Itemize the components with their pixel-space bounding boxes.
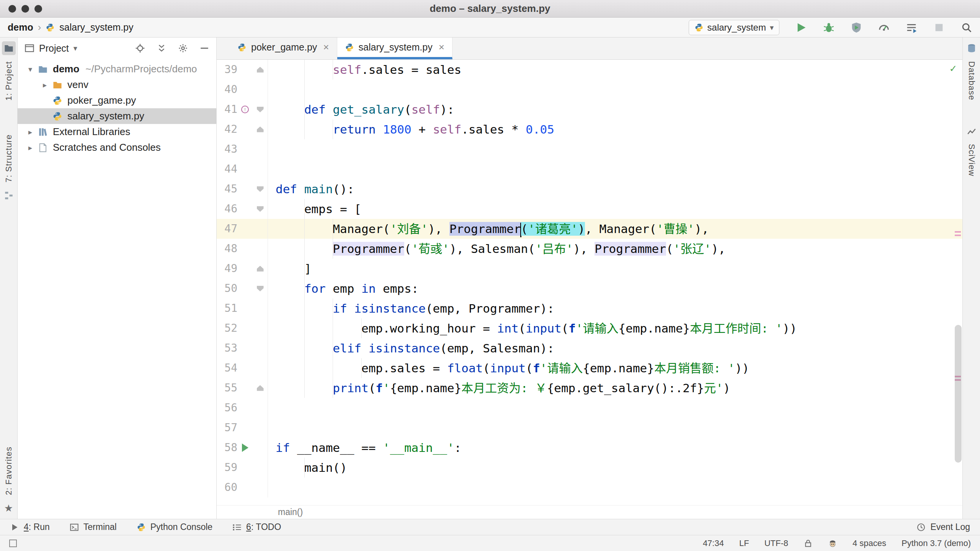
code-line-45[interactable]: 45def main(): bbox=[217, 179, 962, 199]
toolwindow-button-terminal[interactable]: Terminal bbox=[70, 522, 117, 532]
code-text bbox=[268, 80, 962, 99]
fold-up-icon[interactable] bbox=[253, 259, 268, 279]
toolwindow-button-run[interactable]: 4: Run bbox=[10, 522, 50, 532]
tree-item-poker_game.py[interactable]: poker_game.py bbox=[18, 93, 216, 108]
overriding-method-gutter-icon[interactable]: ↑ bbox=[237, 99, 253, 119]
code-line-57[interactable]: 57 bbox=[217, 418, 962, 438]
breadcrumb-file[interactable]: salary_system.py bbox=[59, 22, 133, 33]
code-line-47[interactable]: 47 Manager('刘备'), Programmer('诸葛亮'), Man… bbox=[217, 219, 962, 239]
readonly-lock-icon[interactable] bbox=[804, 539, 813, 548]
indent-setting[interactable]: 4 spaces bbox=[853, 538, 886, 548]
sciview-toolwindow-icon[interactable] bbox=[965, 124, 978, 138]
tree-item-External Libraries[interactable]: ▸External Libraries bbox=[18, 124, 216, 140]
tree-item-Scratches and Consoles[interactable]: ▸Scratches and Consoles bbox=[18, 140, 216, 155]
code-line-46[interactable]: 46 emps = [ bbox=[217, 199, 962, 219]
indent-guide bbox=[304, 259, 305, 279]
toolwindow-switcher-icon[interactable] bbox=[9, 540, 17, 547]
fold-down-icon[interactable] bbox=[253, 179, 268, 199]
code-line-60[interactable]: 60 bbox=[217, 478, 962, 497]
stripe-database-label[interactable]: Database bbox=[967, 61, 977, 100]
line-separator[interactable]: LF bbox=[739, 538, 749, 548]
tree-item-salary_system.py[interactable]: salary_system.py bbox=[18, 108, 216, 124]
code-line-58[interactable]: 58if __name__ == '__main__': bbox=[217, 438, 962, 458]
structure-toolwindow-icon[interactable] bbox=[2, 189, 16, 202]
code-line-40[interactable]: 40 bbox=[217, 80, 962, 99]
python-interpreter[interactable]: Python 3.7 (demo) bbox=[902, 538, 971, 548]
stripe-favorites-label[interactable]: 2: Favorites bbox=[4, 447, 14, 495]
tree-collapsed-arrow-icon[interactable]: ▸ bbox=[23, 143, 38, 152]
zoom-window-button[interactable] bbox=[34, 5, 42, 13]
editor-tab-salary_system.py[interactable]: salary_system.py× bbox=[337, 37, 452, 59]
code-text: main() bbox=[268, 458, 962, 478]
run-dashboard-icon[interactable] bbox=[906, 22, 917, 33]
minimize-window-button[interactable] bbox=[21, 5, 29, 13]
hide-panel-icon[interactable] bbox=[199, 43, 209, 53]
settings-gear-icon[interactable] bbox=[178, 43, 188, 53]
editor[interactable]: 39 self.sales = sales4041↑ def get_salar… bbox=[217, 60, 962, 505]
code-line-49[interactable]: 49 ] bbox=[217, 259, 962, 279]
fold-up-icon[interactable] bbox=[253, 60, 268, 80]
code-line-53[interactable]: 53 elif isinstance(emp, Salesman): bbox=[217, 338, 962, 358]
run-button[interactable] bbox=[795, 22, 807, 33]
code-line-42[interactable]: 42 return 1800 + self.sales * 0.05 bbox=[217, 119, 962, 139]
search-everywhere-button[interactable] bbox=[961, 22, 972, 33]
python-icon bbox=[137, 523, 146, 532]
breadcrumb-project[interactable]: demo bbox=[8, 22, 33, 33]
code-line-39[interactable]: 39 self.sales = sales bbox=[217, 60, 962, 80]
stripe-sciview-label[interactable]: SciView bbox=[967, 144, 977, 176]
code-line-56[interactable]: 56 bbox=[217, 398, 962, 418]
fold-down-icon[interactable] bbox=[253, 279, 268, 298]
python-file-icon bbox=[46, 23, 55, 32]
tab-close-icon[interactable]: × bbox=[439, 41, 444, 53]
stripe-project-label[interactable]: 1: Project bbox=[4, 61, 14, 101]
fold-up-icon[interactable] bbox=[253, 378, 268, 398]
tab-close-icon[interactable]: × bbox=[323, 41, 329, 53]
code-line-52[interactable]: 52 emp.working_hour = int(input(f'请输入{em… bbox=[217, 318, 962, 338]
fold-up-icon[interactable] bbox=[253, 119, 268, 139]
code-line-50[interactable]: 50 for emp in emps: bbox=[217, 279, 962, 298]
editor-tab-poker_game.py[interactable]: poker_game.py× bbox=[230, 37, 337, 59]
code-line-54[interactable]: 54 emp.sales = float(input(f'请输入{emp.nam… bbox=[217, 358, 962, 378]
tree-item-demo[interactable]: ▾demo~/PycharmProjects/demo bbox=[18, 61, 216, 77]
event-log-button[interactable]: Event Log bbox=[916, 522, 970, 532]
tree-collapsed-arrow-icon[interactable]: ▸ bbox=[38, 80, 52, 90]
vertical-scrollbar[interactable] bbox=[955, 325, 962, 463]
inspections-ok-icon[interactable]: ✓ bbox=[950, 62, 956, 75]
hector-inspector-icon[interactable] bbox=[828, 539, 837, 548]
project-panel-title[interactable]: Project bbox=[39, 43, 69, 54]
run-with-coverage-button[interactable] bbox=[851, 22, 862, 33]
fold-down-icon[interactable] bbox=[253, 99, 268, 119]
editor-breadcrumb[interactable]: main() bbox=[278, 507, 303, 517]
tree-expanded-arrow-icon[interactable]: ▾ bbox=[23, 65, 38, 74]
chevron-down-icon[interactable]: ▾ bbox=[74, 44, 77, 53]
code-line-59[interactable]: 59 main() bbox=[217, 458, 962, 478]
run-gutter-icon[interactable] bbox=[237, 438, 253, 458]
line-number: 55 bbox=[217, 378, 237, 398]
run-config-selector[interactable]: salary_system ▾ bbox=[689, 20, 779, 35]
code-line-41[interactable]: 41↑ def get_salary(self): bbox=[217, 99, 962, 119]
locate-file-icon[interactable] bbox=[135, 43, 145, 53]
code-line-51[interactable]: 51 if isinstance(emp, Programmer): bbox=[217, 298, 962, 318]
database-toolwindow-icon[interactable] bbox=[965, 41, 978, 55]
stripe-structure-label[interactable]: 7: Structure bbox=[4, 134, 14, 183]
code-text: print(f'{emp.name}本月工资为: ￥{emp.get_salar… bbox=[268, 378, 962, 398]
profiler-button[interactable] bbox=[878, 22, 890, 33]
collapse-all-icon[interactable] bbox=[157, 43, 167, 53]
fold-down-icon[interactable] bbox=[253, 199, 268, 219]
tree-item-venv[interactable]: ▸venv bbox=[18, 77, 216, 93]
toolwindow-button-python-console[interactable]: Python Console bbox=[137, 522, 212, 532]
caret-position[interactable]: 47:34 bbox=[703, 538, 724, 548]
code-line-43[interactable]: 43 bbox=[217, 139, 962, 159]
favorites-star-icon[interactable]: ★ bbox=[2, 501, 16, 515]
indent-guide bbox=[333, 119, 333, 139]
code-line-48[interactable]: 48 Programmer('荀彧'), Salesman('吕布'), Pro… bbox=[217, 239, 962, 259]
tree-collapsed-arrow-icon[interactable]: ▸ bbox=[23, 127, 38, 137]
code-line-44[interactable]: 44 bbox=[217, 159, 962, 179]
code-line-55[interactable]: 55 print(f'{emp.name}本月工资为: ￥{emp.get_sa… bbox=[217, 378, 962, 398]
code-text bbox=[268, 398, 962, 418]
toolwindow-button-todo[interactable]: 6: TODO bbox=[232, 522, 281, 532]
file-encoding[interactable]: UTF-8 bbox=[764, 538, 788, 548]
debug-button[interactable] bbox=[823, 22, 835, 33]
close-window-button[interactable] bbox=[8, 5, 16, 13]
project-toolwindow-icon[interactable] bbox=[2, 41, 16, 55]
